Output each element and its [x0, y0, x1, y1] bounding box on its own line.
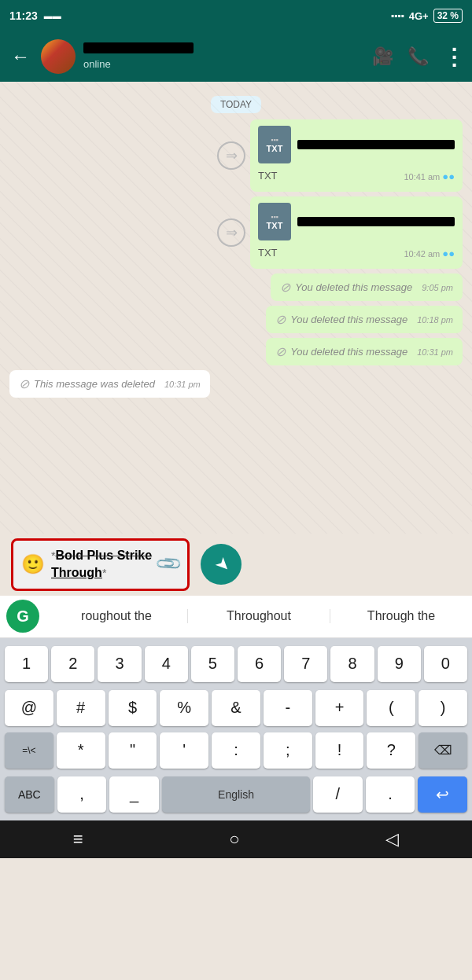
key-plus[interactable]: + — [315, 690, 364, 726]
autocomplete-item-3[interactable]: Through the — [330, 609, 472, 623]
message-row: ⊘ You deleted this message 10:31 pm — [9, 338, 463, 365]
battery-display: 32 % — [433, 9, 463, 23]
message-time: 10:18 pm — [417, 315, 453, 325]
autocomplete-item-1[interactable]: roughout the — [46, 609, 188, 623]
key-colon[interactable]: : — [212, 732, 260, 769]
key-comma[interactable]: , — [57, 776, 107, 813]
key-hash[interactable]: # — [57, 690, 105, 726]
keyboard-symbols-row-2: =\< * " ' : ; ! ? ⌫ — [0, 729, 472, 772]
grammarly-icon: G — [6, 600, 39, 633]
signal-icon: ▬▬ — [44, 11, 61, 20]
key-special[interactable]: =\< — [5, 732, 53, 769]
text-input-wrapper: *Bold Plus Strike Through* — [51, 547, 152, 582]
autocomplete-item-2[interactable]: Throughout — [188, 609, 330, 623]
key-minus[interactable]: - — [264, 690, 312, 726]
message-row: ⊘ This message was deleted 10:31 pm — [9, 370, 463, 398]
network-type: 4G+ — [409, 10, 429, 22]
attach-button[interactable]: 📎 — [154, 550, 183, 579]
key-4[interactable]: 4 — [145, 646, 188, 682]
status-right: ▪▪▪▪ 4G+ 32 % — [391, 9, 463, 23]
forward-icon[interactable]: ⇒ — [217, 141, 245, 170]
key-3[interactable]: 3 — [98, 646, 141, 682]
emoji-button[interactable]: 🙂 — [21, 553, 45, 575]
key-0[interactable]: 0 — [424, 646, 467, 682]
voice-call-button[interactable]: 📞 — [407, 46, 429, 67]
message-row: ⇒ ▪▪▪ TXT TXT 10:41 am ●● — [9, 119, 463, 192]
key-open-paren[interactable]: ( — [367, 690, 415, 726]
time-display: 11:23 — [9, 9, 38, 22]
file-label: TXT — [258, 247, 278, 259]
nav-menu-button[interactable]: ≡ — [73, 829, 83, 850]
key-ampersand[interactable]: & — [212, 690, 260, 726]
key-semicolon[interactable]: ; — [264, 732, 312, 769]
contact-name — [83, 42, 194, 53]
key-abc[interactable]: ABC — [5, 776, 54, 813]
file-message-2[interactable]: ▪▪▪ TXT TXT 10:42 am ●● — [250, 196, 463, 269]
key-underscore[interactable]: _ — [109, 776, 159, 813]
key-quote-single[interactable]: ' — [160, 732, 208, 769]
keyboard-bottom-row: ABC , _ English / . ↩ — [0, 772, 472, 820]
contact-avatar[interactable] — [41, 39, 76, 74]
deleted-received-message: ⊘ This message was deleted 10:31 pm — [9, 370, 210, 398]
message-time: 10:31 pm — [417, 347, 453, 357]
autocomplete-text-2: Throughout — [227, 609, 291, 622]
file-type-icon: ▪▪▪ TXT — [258, 203, 291, 240]
network-signal: ▪▪▪▪ — [391, 10, 404, 21]
send-button[interactable]: ➤ — [201, 544, 242, 585]
key-asterisk[interactable]: * — [57, 732, 105, 769]
deleted-message: ⊘ You deleted this message 10:18 pm — [266, 306, 463, 333]
keyboard[interactable]: 1 2 3 4 5 6 7 8 9 0 @ # $ % & - + ( ) =\… — [0, 638, 472, 820]
key-space[interactable]: English — [162, 776, 310, 813]
key-8[interactable]: 8 — [330, 646, 374, 682]
key-dollar[interactable]: $ — [109, 690, 157, 726]
key-9[interactable]: 9 — [378, 646, 421, 682]
key-exclaim[interactable]: ! — [315, 732, 364, 769]
file-message-1[interactable]: ▪▪▪ TXT TXT 10:41 am ●● — [250, 119, 463, 192]
key-close-paren[interactable]: ) — [419, 690, 467, 726]
deleted-icon: ⊘ — [280, 280, 290, 295]
key-5[interactable]: 5 — [191, 646, 234, 682]
message-row: ⊘ You deleted this message 9:05 pm — [9, 273, 463, 301]
video-call-button[interactable]: 🎥 — [372, 46, 393, 67]
message-time: 9:05 pm — [422, 283, 453, 292]
contact-status: online — [83, 58, 111, 70]
key-slash[interactable]: / — [313, 776, 363, 813]
key-7[interactable]: 7 — [284, 646, 327, 682]
file-type-icon: ▪▪▪ TXT — [258, 126, 291, 163]
chat-header: ← online 🎥 📞 ⋮ — [0, 31, 472, 82]
message-row: ⇒ ▪▪▪ TXT TXT 10:42 am ●● — [9, 196, 463, 269]
key-2[interactable]: 2 — [51, 646, 94, 682]
status-bar: 11:23 ▬▬ ▪▪▪▪ 4G+ 32 % — [0, 0, 472, 31]
grammarly-letter: G — [17, 607, 29, 626]
key-6[interactable]: 6 — [238, 646, 281, 682]
read-ticks: ●● — [442, 248, 455, 259]
file-name-redacted — [297, 217, 455, 226]
more-options-button[interactable]: ⋮ — [443, 44, 464, 70]
key-period[interactable]: . — [366, 776, 415, 813]
key-at[interactable]: @ — [5, 690, 53, 726]
bold-strike-text: Bold Plus Strike — [55, 549, 152, 562]
status-time: 11:23 ▬▬ — [9, 9, 61, 22]
key-quote-double[interactable]: " — [109, 732, 157, 769]
message-time: 10:41 am — [404, 172, 440, 182]
deleted-message: ⊘ You deleted this message 10:31 pm — [266, 338, 463, 365]
message-input[interactable]: *Bold Plus Strike Through* — [51, 547, 152, 582]
forward-icon[interactable]: ⇒ — [217, 218, 245, 247]
contact-info[interactable]: online — [83, 42, 364, 71]
keyboard-symbols-row-1: @ # $ % & - + ( ) — [0, 687, 472, 729]
key-percent[interactable]: % — [160, 690, 208, 726]
nav-home-button[interactable]: ○ — [229, 829, 239, 850]
deleted-icon: ⊘ — [19, 376, 29, 391]
key-backspace[interactable]: ⌫ — [419, 732, 467, 769]
key-1[interactable]: 1 — [5, 646, 48, 682]
file-name-redacted — [297, 140, 455, 149]
key-question[interactable]: ? — [367, 732, 415, 769]
key-enter[interactable]: ↩ — [418, 776, 467, 813]
deleted-icon: ⊘ — [275, 312, 286, 327]
deleted-text: This message was deleted — [34, 378, 155, 390]
message-input-area[interactable]: 🙂 *Bold Plus Strike Through* 📎 — [11, 538, 190, 591]
navigation-bar: ≡ ○ ◁ — [0, 820, 472, 858]
back-button[interactable]: ← — [8, 42, 33, 71]
nav-back-button[interactable]: ◁ — [385, 829, 399, 850]
header-actions: 🎥 📞 ⋮ — [372, 44, 464, 70]
